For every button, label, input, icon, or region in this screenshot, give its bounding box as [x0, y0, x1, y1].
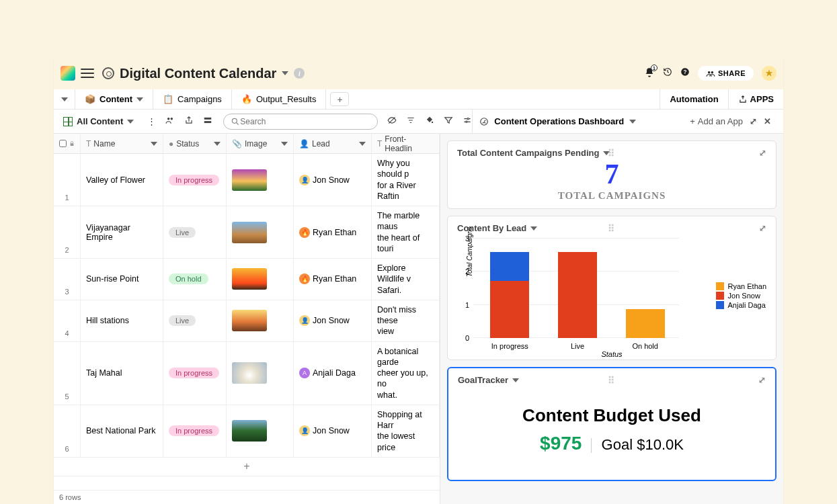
cell-status[interactable]: On hold	[163, 259, 227, 300]
col-lead[interactable]: 👤Lead	[294, 134, 372, 153]
row-number: 5	[54, 342, 81, 405]
table-row[interactable]: 2 Vijayanagar Empire Live 🔥Ryan Ethan Th…	[54, 206, 440, 259]
cell-name[interactable]: Taj Mahal	[81, 342, 163, 405]
drag-icon[interactable]: ⠿	[608, 223, 616, 234]
cell-lead[interactable]: 👤Jon Snow	[294, 300, 372, 341]
row-number: 1	[54, 154, 81, 206]
view-picker[interactable]: All Content	[59, 116, 138, 126]
chevron-down-icon[interactable]	[530, 226, 537, 230]
add-app-button[interactable]: + Add an App	[690, 116, 743, 126]
filter-icon[interactable]	[444, 116, 453, 127]
cell-status[interactable]: Live	[163, 206, 227, 258]
expand-icon[interactable]: ⤢	[759, 223, 766, 233]
cell-status[interactable]: In progress	[163, 342, 227, 405]
svg-text:?: ?	[683, 69, 686, 75]
table-row[interactable]: 3 Sun-rise Point On hold 🔥Ryan Ethan Exp…	[54, 259, 440, 300]
filter2-icon[interactable]	[406, 116, 415, 127]
expand-icon[interactable]: ⤢	[758, 375, 766, 385]
menu-icon[interactable]	[81, 69, 94, 78]
cell-name[interactable]: Valley of Flower	[81, 154, 163, 206]
cell-headline[interactable]: A botanical garde cheer you up, no what.	[372, 342, 440, 405]
cell-lead[interactable]: AAnjali Daga	[294, 342, 372, 405]
cell-lead[interactable]: 🔥Ryan Ethan	[294, 259, 372, 300]
fill-icon[interactable]	[425, 116, 434, 127]
cell-name[interactable]: Sun-rise Point	[81, 259, 163, 300]
add-row-button[interactable]: +	[54, 458, 440, 476]
col-image[interactable]: 📎Image	[227, 134, 294, 153]
card-content-by-lead: Content By Lead ⠿ ⤢ 0123In progressLiveO…	[447, 216, 776, 360]
cell-name[interactable]: Vijayanagar Empire	[81, 206, 163, 258]
add-tab-button[interactable]: +	[330, 92, 349, 106]
cell-status[interactable]: In progress	[163, 405, 227, 457]
share-button[interactable]: SHARE	[698, 66, 754, 81]
chevron-down-icon[interactable]	[512, 378, 519, 382]
row-number: 6	[54, 405, 81, 457]
cell-name[interactable]: Hill stations	[81, 300, 163, 341]
svg-point-12	[466, 121, 467, 122]
bell-badge: 1	[651, 65, 657, 71]
table-row[interactable]: 6 Best National Park In progress 👤Jon Sn…	[54, 405, 440, 458]
svg-point-5	[171, 118, 173, 120]
search-input[interactable]	[240, 117, 370, 126]
tab-expand-icon[interactable]	[54, 89, 75, 109]
cell-headline[interactable]: Don't miss these view	[372, 300, 440, 341]
help-icon[interactable]: ?	[680, 67, 690, 79]
bell-icon[interactable]: 1	[644, 67, 655, 79]
chevron-down-icon	[136, 97, 143, 101]
cell-lead[interactable]: 👤Jon Snow	[294, 154, 372, 206]
title-chevron-icon[interactable]	[282, 71, 288, 75]
workspace-icon	[102, 67, 114, 79]
cell-headline[interactable]: Explore Wildlife v Safari.	[372, 259, 440, 300]
user-avatar[interactable]	[762, 66, 776, 81]
col-checkbox[interactable]	[54, 134, 81, 153]
chevron-down-icon[interactable]	[629, 120, 636, 124]
settings-icon[interactable]	[463, 116, 472, 127]
cell-image[interactable]	[227, 154, 294, 206]
expand-icon[interactable]: ⤢	[759, 148, 766, 158]
cell-image[interactable]	[227, 206, 294, 258]
cell-headline[interactable]: The marble maus the heart of touri	[372, 206, 440, 258]
svg-point-3	[711, 71, 714, 74]
cell-status[interactable]: In progress	[163, 154, 227, 206]
automation-button[interactable]: Automation	[660, 89, 727, 109]
close-icon[interactable]: ✕	[764, 116, 771, 126]
total-campaigns-label: TOTAL CAMPAIGNS	[457, 190, 766, 202]
search-box[interactable]	[223, 114, 378, 130]
row-count: 6 rows	[54, 490, 440, 504]
expand-icon[interactable]: ⤢	[750, 116, 757, 126]
col-name[interactable]: TName	[81, 134, 163, 153]
dashboard-title: Content Operations Dashboard	[494, 116, 624, 126]
cell-image[interactable]	[227, 259, 294, 300]
hide-icon[interactable]	[387, 116, 397, 127]
info-icon[interactable]: i	[294, 68, 305, 79]
history-icon[interactable]	[663, 67, 672, 79]
svg-point-8	[233, 118, 237, 123]
table-row[interactable]: 1 Valley of Flower In progress 👤Jon Snow…	[54, 154, 440, 206]
tab-output_results[interactable]: 🔥Output_Results	[232, 89, 327, 109]
apps-button[interactable]: APPS	[728, 89, 783, 109]
col-status[interactable]: ●Status	[163, 134, 227, 153]
export-icon[interactable]	[184, 116, 194, 127]
col-headline[interactable]: TFront-Headlin	[372, 134, 440, 153]
view-bar: All Content ⋮ Content Operations Dashboa…	[54, 110, 783, 134]
cell-headline[interactable]: Shopping at Harr the lowest price	[372, 405, 440, 457]
tab-content[interactable]: 📦Content	[75, 89, 153, 109]
people-icon[interactable]	[165, 116, 175, 127]
table-row[interactable]: 5 Taj Mahal In progress AAnjali Daga A b…	[54, 342, 440, 405]
cell-lead[interactable]: 🔥Ryan Ethan	[294, 206, 372, 258]
table-row[interactable]: 4 Hill stations Live 👤Jon Snow Don't mis…	[54, 300, 440, 342]
cell-status[interactable]: Live	[163, 300, 227, 341]
cell-name[interactable]: Best National Park	[81, 405, 163, 457]
cell-image[interactable]	[227, 342, 294, 405]
cell-image[interactable]	[227, 405, 294, 457]
card-view-icon[interactable]	[203, 116, 212, 127]
top-toolbar: Digital Content Calendar i 1 ? SHARE	[54, 57, 783, 89]
more-icon[interactable]: ⋮	[147, 116, 156, 126]
tab-campaigns[interactable]: 📋Campaigns	[153, 89, 232, 109]
drag-icon[interactable]: ⠿	[608, 375, 616, 386]
cell-image[interactable]	[227, 300, 294, 341]
drag-icon[interactable]: ⠿	[608, 148, 616, 159]
card-goal-tracker: GoalTracker ⠿ ⤢ Content Budget Used $975…	[447, 367, 776, 481]
cell-lead[interactable]: 👤Jon Snow	[294, 405, 372, 457]
cell-headline[interactable]: Why you should p for a River Raftin	[372, 154, 440, 206]
